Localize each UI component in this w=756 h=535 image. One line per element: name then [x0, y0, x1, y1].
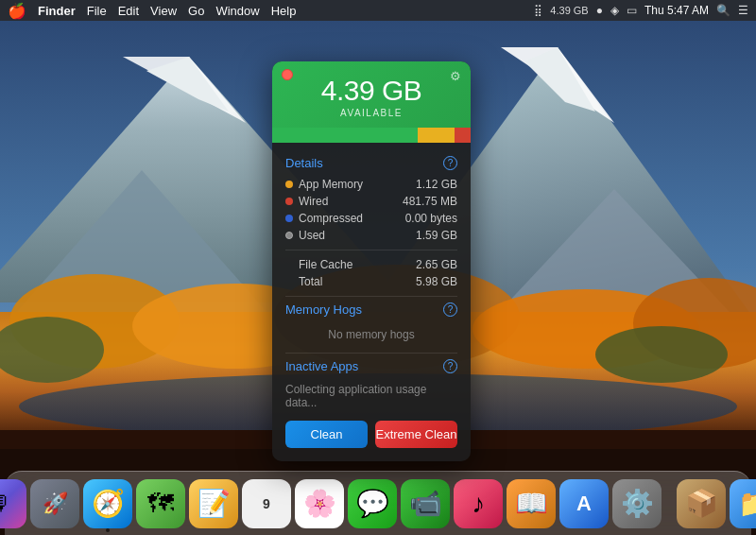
dock-icon-safari[interactable]: 🧭 — [83, 479, 132, 528]
memory-value: 4.39 GB — [285, 75, 457, 106]
memory-bar-wired — [455, 128, 471, 143]
details-title: Details — [285, 156, 323, 170]
detail-row-file-cache: File Cache 2.65 GB — [285, 256, 457, 273]
memory-hogs-title: Memory Hogs — [285, 302, 362, 317]
menubar: 🍎 Finder File Edit View Go Window Help ⣿… — [0, 0, 756, 21]
search-icon[interactable]: 🔍 — [716, 4, 730, 17]
wifi-icon: ● — [596, 4, 603, 17]
total-value: 5.98 GB — [416, 275, 457, 288]
collecting-message: Collecting application usage data... — [285, 379, 457, 417]
compressed-dot — [285, 215, 293, 222]
clock: Thu 5:47 AM — [644, 4, 709, 17]
inactive-apps-header: Inactive Apps ? — [285, 359, 457, 373]
dock-icon-calendar[interactable]: 9 — [242, 479, 291, 528]
divider-2 — [285, 296, 457, 297]
menubar-edit[interactable]: Edit — [118, 4, 139, 18]
battery-label: 4.39 GB — [550, 5, 588, 16]
dock-icon-maps[interactable]: 🗺 — [136, 479, 185, 528]
inactive-apps-title: Inactive Apps — [285, 359, 358, 373]
app-memory-dot — [285, 181, 293, 188]
menubar-go[interactable]: Go — [188, 4, 204, 18]
detail-left-compressed: Compressed — [285, 212, 363, 225]
widget-header: ⚙ 4.39 GB AVAILABLE — [272, 61, 471, 128]
detail-row-wired: Wired 481.75 MB — [285, 193, 457, 210]
inactive-apps-help-button[interactable]: ? — [443, 359, 457, 373]
app-memory-label: App Memory — [299, 178, 363, 191]
memory-label: AVAILABLE — [285, 108, 457, 118]
dock-icon-preferences[interactable]: ⚙️ — [612, 479, 662, 528]
detail-row-total: Total 5.98 GB — [285, 273, 457, 290]
dock-icon-facetime[interactable]: 📹 — [401, 479, 450, 528]
detail-row-app-memory: App Memory 1.12 GB — [285, 176, 457, 193]
svg-point-16 — [595, 326, 728, 383]
file-cache-label: File Cache — [299, 258, 352, 271]
file-cache-dot — [285, 261, 293, 268]
dock: 🗂 🎙 🚀 🧭 🗺 📝 9 🌸 — [5, 471, 751, 535]
app-memory-value: 1.12 GB — [416, 178, 457, 191]
used-dot — [285, 232, 293, 239]
desktop: 🍎 Finder File Edit View Go Window Help ⣿… — [0, 0, 756, 535]
dock-icon-notes[interactable]: 📝 — [189, 479, 238, 528]
clean-button[interactable]: Clean — [285, 421, 368, 448]
menubar-right: ⣿ 4.39 GB ● ◈ ▭ Thu 5:47 AM 🔍 ☰ — [534, 4, 748, 17]
gear-icon[interactable]: ⚙ — [450, 69, 461, 83]
dock-icon-ibooks[interactable]: 📖 — [507, 479, 556, 528]
widget-body: Details ? App Memory 1.12 GB Wired 481.7… — [272, 143, 471, 461]
dock-active-dot-safari — [106, 528, 110, 532]
dock-icon-launchpad[interactable]: 🚀 — [30, 479, 79, 528]
dock-icon-installer[interactable]: 📦 — [677, 479, 726, 528]
dock-icon-photos[interactable]: 🌸 — [295, 479, 344, 528]
detail-left-app-memory: App Memory — [285, 178, 363, 191]
dock-icon-appstore[interactable]: A — [559, 479, 609, 528]
detail-row-used: Used 1.59 GB — [285, 227, 457, 244]
used-label: Used — [299, 229, 325, 242]
compressed-label: Compressed — [299, 212, 363, 225]
menubar-help[interactable]: Help — [271, 4, 297, 18]
memory-hogs-header: Memory Hogs ? — [285, 302, 457, 317]
used-value: 1.59 GB — [416, 229, 457, 242]
apple-menu[interactable]: 🍎 — [8, 2, 26, 20]
menubar-left: 🍎 Finder File Edit View Go Window Help — [8, 2, 296, 20]
extreme-clean-button[interactable]: Extreme Clean — [375, 421, 457, 448]
detail-left-wired: Wired — [285, 195, 328, 208]
total-dot — [285, 278, 293, 285]
file-cache-value: 2.65 GB — [416, 258, 457, 271]
no-memory-hogs: No memory hogs — [285, 322, 457, 347]
total-label: Total — [299, 275, 322, 288]
menubar-window[interactable]: Window — [215, 4, 259, 18]
screen-icon: ▭ — [627, 4, 637, 17]
dock-icon-files[interactable]: 📁 — [730, 479, 756, 528]
divider-3 — [285, 353, 457, 354]
battery-status: ⣿ — [534, 4, 542, 17]
divider-1 — [285, 250, 457, 250]
dock-icon-messages[interactable]: 💬 — [348, 479, 397, 528]
memory-hogs-help-button[interactable]: ? — [443, 302, 457, 317]
memory-widget: ⚙ 4.39 GB AVAILABLE Details ? App Memory… — [272, 61, 471, 461]
dock-icon-siri[interactable]: 🎙 — [0, 479, 26, 528]
wired-label: Wired — [299, 195, 328, 208]
wired-value: 481.75 MB — [403, 195, 457, 208]
detail-row-compressed: Compressed 0.00 bytes — [285, 210, 457, 227]
detail-left-total: Total — [285, 275, 322, 288]
menubar-app-name[interactable]: Finder — [38, 4, 76, 18]
dock-icon-itunes[interactable]: ♪ — [454, 479, 503, 528]
close-button[interactable] — [282, 69, 293, 80]
details-help-button[interactable]: ? — [443, 156, 457, 170]
memory-bar — [272, 128, 471, 143]
wired-dot — [285, 198, 293, 205]
menubar-view[interactable]: View — [150, 4, 177, 18]
compressed-value: 0.00 bytes — [405, 212, 457, 225]
detail-left-used: Used — [285, 229, 325, 242]
memory-bar-app — [418, 128, 455, 143]
airdrop-icon: ◈ — [610, 4, 619, 17]
memory-bar-available — [272, 128, 418, 143]
details-section-header: Details ? — [285, 156, 457, 170]
widget-buttons: Clean Extreme Clean — [285, 421, 457, 448]
notification-icon[interactable]: ☰ — [738, 4, 748, 17]
detail-left-file-cache: File Cache — [285, 258, 352, 271]
menubar-file[interactable]: File — [87, 4, 107, 18]
